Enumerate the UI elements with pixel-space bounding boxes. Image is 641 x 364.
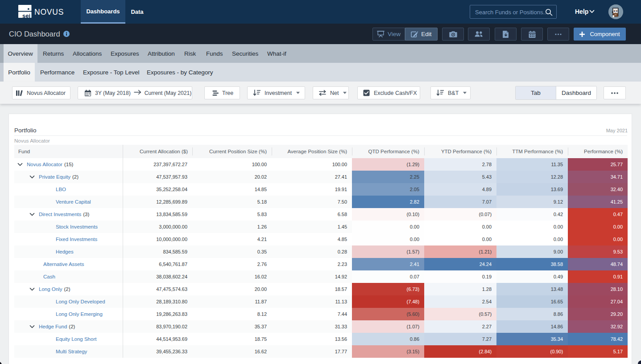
svg-text:sei: sei (22, 12, 30, 18)
